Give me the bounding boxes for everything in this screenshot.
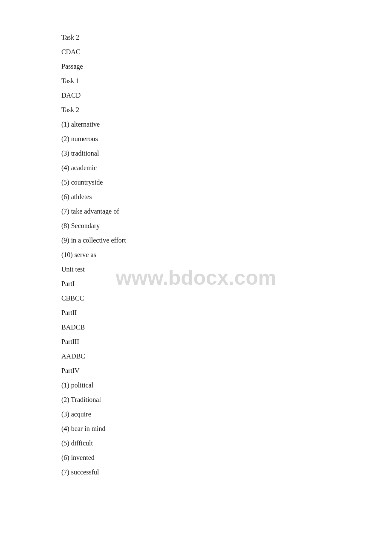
line-p4-item7: (7) successful: [61, 469, 392, 476]
line-part4-label: PartIV: [61, 367, 392, 374]
line-cdac: CDAC: [61, 49, 392, 55]
line-task2-2: Task 2: [61, 107, 392, 113]
line-item10: (10) serve as: [61, 251, 392, 258]
line-part3-label: PartIII: [61, 338, 392, 345]
line-part1-ans: CBBCC: [61, 295, 392, 302]
page-content: Task 2CDACPassageTask 1DACDTask 2(1) alt…: [0, 0, 392, 517]
line-part2-ans: BADCB: [61, 324, 392, 331]
line-item8: (8) Secondary: [61, 223, 392, 229]
line-task1: Task 1: [61, 78, 392, 84]
line-dacd: DACD: [61, 92, 392, 99]
line-unit-test: Unit test: [61, 266, 392, 273]
line-part2-label: PartII: [61, 309, 392, 316]
line-item4: (4) academic: [61, 165, 392, 171]
line-part1-label: PartI: [61, 280, 392, 287]
line-p4-item5: (5) difficult: [61, 440, 392, 447]
line-passage: Passage: [61, 63, 392, 70]
line-part3-ans: AADBC: [61, 353, 392, 360]
line-p4-item2: (2) Traditional: [61, 396, 392, 403]
line-item2: (2) numerous: [61, 136, 392, 142]
line-p4-item6: (6) invented: [61, 454, 392, 461]
line-item3: (3) traditional: [61, 150, 392, 157]
line-item6: (6) athletes: [61, 194, 392, 200]
line-p4-item3: (3) acquire: [61, 411, 392, 418]
line-item1: (1) alternative: [61, 121, 392, 128]
line-p4-item1: (1) political: [61, 382, 392, 389]
line-item7: (7) take advantage of: [61, 208, 392, 215]
line-task2-1: Task 2: [61, 34, 392, 41]
line-item5: (5) countryside: [61, 179, 392, 186]
line-item9: (9) in a collective effort: [61, 237, 392, 244]
line-p4-item4: (4) bear in mind: [61, 425, 392, 432]
